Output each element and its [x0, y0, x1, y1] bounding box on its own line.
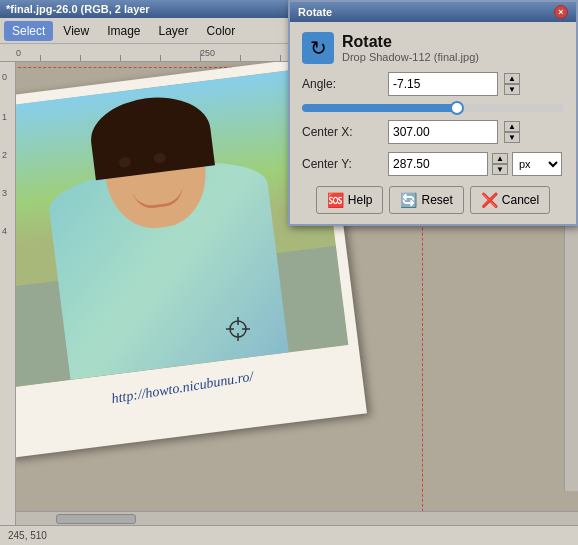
menu-color[interactable]: Color	[199, 21, 244, 41]
menu-view[interactable]: View	[55, 21, 97, 41]
center-x-spinner: ▲ ▼	[504, 121, 520, 143]
center-y-spinner: ▲ ▼	[492, 153, 508, 175]
ruler-v-label-1: 1	[2, 112, 15, 122]
center-x-input[interactable]: 307.00	[388, 120, 498, 144]
reset-icon: 🔄	[400, 192, 417, 208]
angle-label: Angle:	[302, 77, 382, 91]
menu-select[interactable]: Select	[4, 21, 53, 41]
rotate-dialog: Rotate × ↻ Rotate Drop Shadow-112 (final…	[288, 0, 578, 226]
help-button[interactable]: 🆘 Help	[316, 186, 384, 214]
angle-spin-down[interactable]: ▼	[504, 84, 520, 95]
rotate-dialog-heading: Rotate	[342, 33, 479, 51]
rotate-icon: ↻	[302, 32, 334, 64]
center-x-row: Center X: 307.00 ▲ ▼	[302, 120, 564, 144]
reset-button[interactable]: 🔄 Reset	[389, 186, 463, 214]
rotate-dialog-subtitle: Drop Shadow-112 (final.jpg)	[342, 51, 479, 63]
menu-layer[interactable]: Layer	[151, 21, 197, 41]
scrollbar-h-thumb[interactable]	[56, 514, 136, 524]
angle-input[interactable]: -7.15	[388, 72, 498, 96]
center-x-value: 307.00	[393, 125, 430, 139]
rotate-dialog-heading-area: Rotate Drop Shadow-112 (final.jpg)	[342, 33, 479, 63]
angle-value: -7.15	[393, 77, 420, 91]
rotate-dialog-titlebar: Rotate ×	[290, 2, 576, 22]
eye-right	[153, 152, 166, 163]
rotate-dialog-body: ↻ Rotate Drop Shadow-112 (final.jpg) Ang…	[290, 22, 576, 224]
status-bar: 245, 510	[0, 525, 578, 545]
rotate-dialog-close-button[interactable]: ×	[554, 5, 568, 19]
center-y-spin-up[interactable]: ▲	[492, 153, 508, 164]
rotate-dialog-title-text: Rotate	[298, 6, 332, 18]
angle-spinner: ▲ ▼	[504, 73, 520, 95]
ruler-v-label-3: 3	[2, 188, 15, 198]
angle-spin-up[interactable]: ▲	[504, 73, 520, 84]
ruler-v-label-4: 4	[2, 226, 15, 236]
cancel-button[interactable]: ❌ Cancel	[470, 186, 550, 214]
eye-left	[118, 157, 131, 168]
angle-row: Angle: -7.15 ▲ ▼	[302, 72, 564, 96]
reset-label: Reset	[421, 193, 452, 207]
center-y-input-group: 287.50 ▲ ▼ px mm %	[388, 152, 562, 176]
center-y-label: Center Y:	[302, 157, 382, 171]
angle-slider-thumb[interactable]	[450, 101, 464, 115]
help-label: Help	[348, 193, 373, 207]
center-y-value: 287.50	[393, 157, 430, 171]
help-icon: 🆘	[327, 192, 344, 208]
center-y-input[interactable]: 287.50	[388, 152, 488, 176]
angle-slider[interactable]	[302, 104, 564, 112]
ruler-label-0: 0	[16, 48, 21, 58]
status-coordinates: 245, 510	[8, 530, 47, 541]
center-y-row: Center Y: 287.50 ▲ ▼ px mm %	[302, 152, 564, 176]
scrollbar-horizontal[interactable]	[16, 511, 578, 525]
person-smile	[132, 184, 184, 210]
angle-slider-row	[302, 104, 564, 112]
center-x-spin-down[interactable]: ▼	[504, 132, 520, 143]
center-x-label: Center X:	[302, 125, 382, 139]
dialog-buttons: 🆘 Help 🔄 Reset ❌ Cancel	[302, 186, 564, 214]
center-x-spin-up[interactable]: ▲	[504, 121, 520, 132]
unit-select[interactable]: px mm %	[512, 152, 562, 176]
cancel-icon: ❌	[481, 192, 498, 208]
ruler-vertical: 0 1 2 3 4	[0, 62, 16, 525]
menu-image[interactable]: Image	[99, 21, 148, 41]
center-y-spin-down[interactable]: ▼	[492, 164, 508, 175]
ruler-v-label-0: 0	[2, 72, 15, 82]
cancel-label: Cancel	[502, 193, 539, 207]
rotate-dialog-header: ↻ Rotate Drop Shadow-112 (final.jpg)	[302, 32, 564, 64]
ruler-v-label-2: 2	[2, 150, 15, 160]
ruler-label-mid: 250	[200, 48, 215, 58]
